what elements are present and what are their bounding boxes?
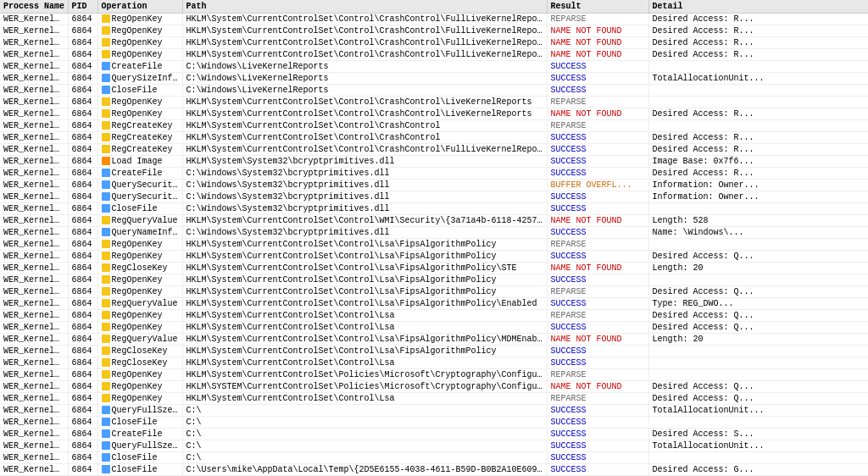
table-row[interactable]: WER_Kernel.exe 6864 CloseFile C:\ SUCCES… (0, 452, 868, 464)
table-row[interactable]: WER_Kernel.exe 6864 RegOpenKey HKLM\Syst… (0, 322, 868, 334)
reg-icon (102, 240, 110, 248)
table-row[interactable]: WER_Kernel.exe 6864 CreateFile C:\Window… (0, 61, 868, 73)
table-row[interactable]: WER_Kernel.exe 6864 RegOpenKey HKLM\Syst… (0, 49, 868, 61)
cell-detail: Length: 20 (648, 334, 868, 346)
cell-process: WER_Kernel.exe (0, 417, 68, 429)
table-row[interactable]: WER_Kernel.exe 6864 CreateFile C:\ SUCCE… (0, 429, 868, 440)
cell-operation: RegCreateKey (97, 132, 182, 144)
table-row[interactable]: WER_Kernel.exe 6864 QueryFullSzeln... C:… (0, 440, 868, 452)
table-row[interactable]: WER_Kernel.exe 6864 RegOpenKey HKLM\Syst… (0, 274, 868, 286)
cell-process: WER_Kernel.exe (0, 286, 68, 298)
cell-pid: 6864 (68, 49, 97, 61)
table-row[interactable]: WER_Kernel.exe 6864 CloseFile C:\Windows… (0, 203, 868, 215)
cell-operation: RegQueryValue (97, 298, 182, 310)
cell-detail: Desired Access: G... (648, 464, 868, 476)
table-body: WER_Kernel.exe 6864 RegOpenKey HKLM\Syst… (0, 14, 868, 477)
cell-result: SUCCESS (547, 191, 648, 203)
cell-process: WER_Kernel.exe (0, 61, 68, 73)
table-row[interactable]: WER_Kernel.exe 6864 RegCloseKey HKLM\Sys… (0, 357, 868, 369)
cell-pid: 6864 (68, 37, 97, 49)
cell-result: SUCCESS (547, 440, 648, 452)
file-icon (102, 418, 110, 426)
col-header-result[interactable]: Result (547, 0, 648, 14)
cell-pid: 6864 (68, 429, 97, 440)
table-row[interactable]: WER_Kernel.exe 6864 RegCreateKey HKLM\Sy… (0, 144, 868, 156)
table-row[interactable]: WER_Kernel.exe 6864 RegQueryValue HKLM\S… (0, 298, 868, 310)
col-header-operation[interactable]: Operation (97, 0, 182, 14)
file-icon (102, 465, 110, 473)
cell-operation: RegOpenKey (97, 251, 182, 263)
table-row[interactable]: WER_Kernel.exe 6864 QueryFullSzeln... C:… (0, 405, 868, 417)
table-row[interactable]: WER_Kernel.exe 6864 RegOpenKey HKLM\Syst… (0, 14, 868, 25)
cell-detail: Desired Access: R... (648, 144, 868, 156)
cell-detail (648, 61, 868, 73)
table-row[interactable]: WER_Kernel.exe 6864 RegOpenKey HKLM\SYST… (0, 381, 868, 393)
col-header-detail[interactable]: Detail (648, 0, 868, 14)
table-row[interactable]: WER_Kernel.exe 6864 RegOpenKey HKLM\Syst… (0, 286, 868, 298)
table-row[interactable]: WER_Kernel.exe 6864 RegOpenKey HKLM\Syst… (0, 37, 868, 49)
table-row[interactable]: WER_Kernel.exe 6864 RegOpenKey HKLM\Syst… (0, 239, 868, 251)
cell-result: REPARSE (547, 239, 648, 251)
cell-process: WER_Kernel.exe (0, 393, 68, 405)
cell-detail: Desired Access: S... (648, 429, 868, 440)
cell-pid: 6864 (68, 97, 97, 108)
table-row[interactable]: WER_Kernel.exe 6864 RegOpenKey HKLM\Syst… (0, 97, 868, 108)
table-row[interactable]: WER_Kernel.exe 6864 RegCreateKey HKLM\Sy… (0, 120, 868, 132)
table-row[interactable]: WER_Kernel.exe 6864 RegCloseKey HKLM\Sys… (0, 346, 868, 357)
cell-result: SUCCESS (547, 132, 648, 144)
table-row[interactable]: WER_Kernel.exe 6864 RegOpenKey HKLM\Syst… (0, 251, 868, 263)
table-row[interactable]: WER_Kernel.exe 6864 QuerySecurityFile C:… (0, 191, 868, 203)
cell-path: HKLM\System\CurrentControlSet\Control\Ls… (182, 263, 547, 274)
table-row[interactable]: WER_Kernel.exe 6864 RegOpenKey HKLM\Syst… (0, 108, 868, 120)
cell-process: WER_Kernel.exe (0, 346, 68, 357)
cell-operation: RegOpenKey (97, 25, 182, 37)
table-row[interactable]: WER_Kernel.exe 6864 RegCloseKey HKLM\Sys… (0, 263, 868, 274)
table-row[interactable]: WER_Kernel.exe 6864 QuerySecurityFile C:… (0, 180, 868, 191)
cell-process: WER_Kernel.exe (0, 239, 68, 251)
cell-result: REPARSE (547, 97, 648, 108)
table-row[interactable]: WER_Kernel.exe 6864 CreateFile C:\Window… (0, 168, 868, 180)
table-row[interactable]: WER_Kernel.exe 6864 RegOpenKey HKLM\Syst… (0, 369, 868, 381)
table-row[interactable]: WER_Kernel.exe 6864 CloseFile C:\Windows… (0, 85, 868, 97)
cell-operation: CreateFile (97, 168, 182, 180)
cell-result: SUCCESS (547, 73, 648, 85)
process-monitor-table: Process Name PID Operation Path Result D… (0, 0, 868, 476)
cell-pid: 6864 (68, 452, 97, 464)
table-row[interactable]: WER_Kernel.exe 6864 QuerySizeInfor... C:… (0, 73, 868, 85)
cell-detail: Desired Access: Q... (648, 322, 868, 334)
table-row[interactable]: WER_Kernel.exe 6864 RegOpenKey HKLM\Syst… (0, 310, 868, 322)
cell-detail: Length: 20 (648, 263, 868, 274)
cell-operation: RegCloseKey (97, 263, 182, 274)
table-row[interactable]: WER_Kernel.exe 6864 CloseFile C:\ SUCCES… (0, 417, 868, 429)
cell-pid: 6864 (68, 156, 97, 168)
cell-pid: 6864 (68, 310, 97, 322)
col-header-process[interactable]: Process Name (0, 0, 68, 14)
table-row[interactable]: WER_Kernel.exe 6864 QueryNameInfo... C:\… (0, 227, 868, 239)
table-row[interactable]: WER_Kernel.exe 6864 RegOpenKey HKLM\Syst… (0, 25, 868, 37)
col-header-path[interactable]: Path (182, 0, 547, 14)
table-row[interactable]: WER_Kernel.exe 6864 RegOpenKey HKLM\Syst… (0, 393, 868, 405)
cell-pid: 6864 (68, 322, 97, 334)
col-header-pid[interactable]: PID (68, 0, 97, 14)
cell-result: SUCCESS (547, 357, 648, 369)
reg-icon (102, 299, 110, 307)
table-row[interactable]: WER_Kernel.exe 6864 RegCreateKey HKLM\Sy… (0, 132, 868, 144)
cell-path: C:\Windows\LiveKernelReports (182, 73, 547, 85)
cell-result: REPARSE (547, 369, 648, 381)
cell-result: SUCCESS (547, 144, 648, 156)
cell-result: REPARSE (547, 14, 648, 25)
cell-detail (648, 203, 868, 215)
cell-pid: 6864 (68, 381, 97, 393)
table-row[interactable]: WER_Kernel.exe 6864 RegQueryValue HKLM\S… (0, 334, 868, 346)
cell-detail (648, 274, 868, 286)
table-row[interactable]: WER_Kernel.exe 6864 CloseFile C:\Users\m… (0, 464, 868, 476)
cell-detail: TotalAllocationUnit... (648, 405, 868, 417)
cell-pid: 6864 (68, 298, 97, 310)
cell-result: SUCCESS (547, 298, 648, 310)
reg-icon (102, 14, 110, 23)
cell-result: SUCCESS (547, 251, 648, 263)
table-row[interactable]: WER_Kernel.exe 6864 Load Image HKLM\Syst… (0, 156, 868, 168)
cell-process: WER_Kernel.exe (0, 132, 68, 144)
table-row[interactable]: WER_Kernel.exe 6864 RegQueryValue HKLM\S… (0, 215, 868, 227)
cell-result: SUCCESS (547, 429, 648, 440)
